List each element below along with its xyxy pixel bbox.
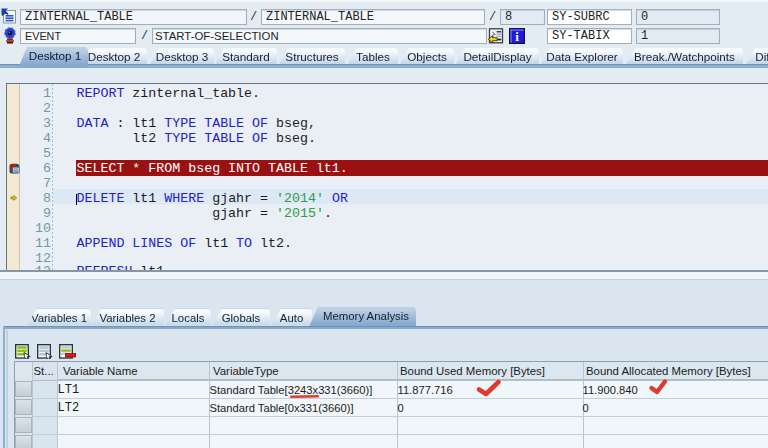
svg-text:i: i: [515, 29, 519, 44]
